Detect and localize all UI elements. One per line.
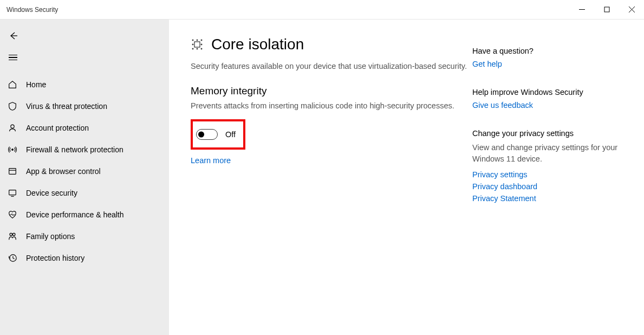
svg-point-6 <box>12 149 14 151</box>
sidebar-item-performance[interactable]: Device performance & health <box>0 204 169 226</box>
hamburger-menu-button[interactable] <box>2 47 24 68</box>
window-controls <box>569 0 644 20</box>
hamburger-icon <box>9 55 17 61</box>
toggle-state-label: Off <box>225 130 236 139</box>
aside-question: Have a question? Get help <box>472 47 619 68</box>
aside-improve: Help improve Windows Security Give us fe… <box>472 88 619 109</box>
sidebar-item-account[interactable]: Account protection <box>0 117 169 139</box>
svg-point-20 <box>192 48 193 49</box>
app-icon <box>6 166 18 176</box>
section-title: Memory integrity <box>191 85 472 97</box>
page-subtitle: Security features available on your devi… <box>191 61 472 72</box>
svg-point-12 <box>12 233 15 236</box>
monitor-icon <box>6 188 18 198</box>
sidebar-item-family[interactable]: Family options <box>0 226 169 247</box>
sidebar-item-label: Home <box>26 80 46 89</box>
sidebar-item-device-security[interactable]: Device security <box>0 182 169 204</box>
sidebar-item-label: Family options <box>26 232 75 241</box>
svg-rect-1 <box>604 7 609 12</box>
get-help-link[interactable]: Get help <box>472 60 619 68</box>
aside-privacy: Change your privacy settings View and ch… <box>472 129 619 203</box>
toggle-highlight-box: Off <box>191 119 245 150</box>
toggle-knob <box>198 132 204 138</box>
page-title: Core isolation <box>211 36 304 53</box>
sidebar-item-label: Device performance & health <box>26 210 124 219</box>
sidebar-item-protection-history[interactable]: Protection history <box>0 247 169 269</box>
privacy-dashboard-link[interactable]: Privacy dashboard <box>472 182 619 191</box>
svg-point-15 <box>192 40 193 41</box>
svg-point-21 <box>197 48 198 49</box>
svg-point-16 <box>197 40 198 41</box>
svg-point-19 <box>201 44 202 45</box>
section-desc: Prevents attacks from inserting maliciou… <box>191 100 472 112</box>
svg-point-11 <box>10 233 12 236</box>
svg-point-17 <box>201 40 202 41</box>
window-title: Windows Security <box>6 6 58 14</box>
svg-point-5 <box>11 125 14 128</box>
aside-privacy-desc: View and change privacy settings for you… <box>472 142 619 165</box>
main-content: Core isolation Security features availab… <box>169 20 644 335</box>
page-header: Core isolation <box>191 36 472 53</box>
sidebar-item-firewall[interactable]: Firewall & network protection <box>0 139 169 160</box>
sidebar-item-label: Firewall & network protection <box>26 145 123 154</box>
aside-privacy-title: Change your privacy settings <box>472 129 619 138</box>
sidebar-item-label: Protection history <box>26 254 84 262</box>
close-button[interactable] <box>619 0 644 20</box>
minimize-button[interactable] <box>569 0 594 20</box>
sidebar-item-label: Device security <box>26 189 77 197</box>
shield-icon <box>6 101 18 111</box>
person-icon <box>6 123 18 133</box>
svg-point-22 <box>201 48 202 49</box>
learn-more-link[interactable]: Learn more <box>191 156 472 165</box>
sidebar-item-label: Account protection <box>26 124 89 132</box>
svg-rect-9 <box>9 190 16 195</box>
privacy-statement-link[interactable]: Privacy Statement <box>472 194 619 203</box>
aside-panel: Have a question? Get help Help improve W… <box>472 36 619 335</box>
antenna-icon <box>6 145 18 154</box>
aside-question-title: Have a question? <box>472 47 619 55</box>
back-button[interactable] <box>2 25 24 47</box>
memory-integrity-toggle[interactable] <box>196 129 218 140</box>
privacy-settings-link[interactable]: Privacy settings <box>472 170 619 179</box>
family-icon <box>6 231 18 241</box>
sidebar-item-label: App & browser control <box>26 167 101 176</box>
history-icon <box>6 253 18 263</box>
core-isolation-icon <box>191 38 204 51</box>
maximize-button[interactable] <box>594 0 619 20</box>
aside-improve-title: Help improve Windows Security <box>472 88 619 96</box>
sidebar-item-home[interactable]: Home <box>0 74 169 95</box>
svg-rect-14 <box>194 42 200 47</box>
svg-point-18 <box>192 44 193 45</box>
sidebar: Home Virus & threat protection Account p… <box>0 20 169 335</box>
titlebar: Windows Security <box>0 0 644 20</box>
sidebar-item-app-browser[interactable]: App & browser control <box>0 160 169 182</box>
heart-icon <box>6 210 18 220</box>
sidebar-item-virus[interactable]: Virus & threat protection <box>0 95 169 117</box>
home-icon <box>6 80 18 89</box>
svg-rect-7 <box>9 169 16 175</box>
give-feedback-link[interactable]: Give us feedback <box>472 101 619 109</box>
sidebar-item-label: Virus & threat protection <box>26 102 107 111</box>
